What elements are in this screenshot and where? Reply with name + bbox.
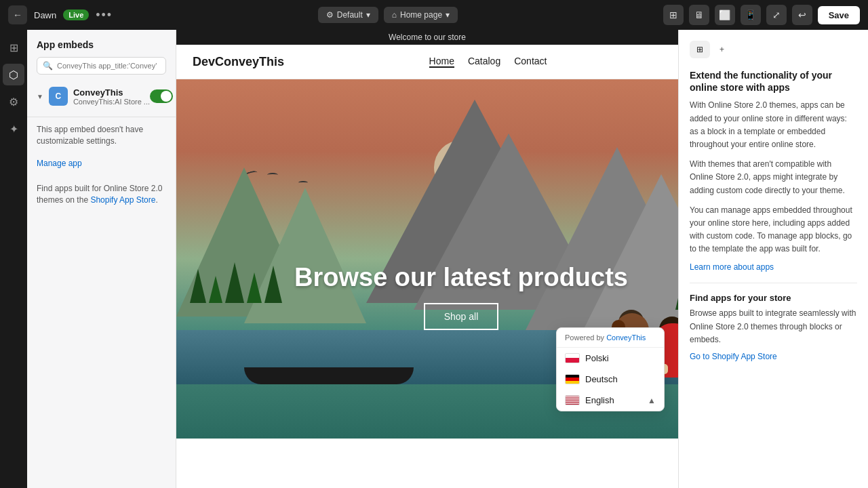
boat xyxy=(244,367,414,384)
right-panel-tabs: ⊞ + xyxy=(690,41,857,58)
app-item-left: ▼ C ConveyThis ConveyThis:AI Store ... xyxy=(37,87,150,106)
flag-us xyxy=(565,395,580,405)
trees-left xyxy=(190,262,282,303)
find-apps-text: Browse apps built to integrate seamlessl… xyxy=(690,307,857,346)
top-bar-left: ← Dawn Live ••• xyxy=(8,5,113,24)
app-item-conveythis: ▼ C ConveyThis ConveyThis:AI Store ... xyxy=(27,81,176,114)
nav-contact[interactable]: Contact xyxy=(514,56,547,68)
live-badge: Live xyxy=(63,9,89,20)
grid-view-button[interactable]: ⊞ xyxy=(663,5,684,25)
home-icon: ⌂ xyxy=(392,10,397,20)
lang-item-us[interactable]: English ▲ xyxy=(557,390,664,411)
store-nav-links: Home Catalog Contact xyxy=(429,56,547,68)
panel-divider xyxy=(690,283,857,283)
chevron-up-icon: ▲ xyxy=(648,396,656,405)
chevron-down-icon-2: ▾ xyxy=(446,10,450,20)
right-panel-title: Extend the functionality of your online … xyxy=(690,69,857,94)
tablet-view-button[interactable]: ⬜ xyxy=(715,5,735,25)
manage-app-link[interactable]: Manage app xyxy=(37,159,82,168)
app-panel-note: This app embed doesn't have customizable… xyxy=(27,117,176,176)
top-bar-right: ⊞ 🖥 ⬜ 📱 ⤢ ↩ Save xyxy=(663,5,860,25)
save-button[interactable]: Save xyxy=(818,6,860,24)
expand-button[interactable]: ⤢ xyxy=(766,5,787,25)
app-panel-header: App embeds 🔍 xyxy=(27,30,176,81)
preview-scroll[interactable]: Welcome to our store DevConveyThis Home … xyxy=(176,30,678,488)
preview-area: Welcome to our store DevConveyThis Home … xyxy=(176,30,678,488)
back-button[interactable]: ← xyxy=(8,5,27,24)
shop-all-button[interactable]: Shop all xyxy=(424,303,499,330)
mobile-view-button[interactable]: 📱 xyxy=(741,5,761,25)
conveythis-link[interactable]: ConveyThis xyxy=(606,333,646,342)
default-icon: ⚙ xyxy=(326,10,334,20)
app-subtitle: ConveyThis:AI Store ... xyxy=(73,98,150,106)
flag-de xyxy=(565,374,580,384)
hero-text-overlay: Browse our latest products Shop all xyxy=(294,263,628,330)
search-icon: 🔍 xyxy=(43,61,53,70)
shopify-app-store-link[interactable]: Shopify App Store xyxy=(90,195,155,205)
hero-title: Browse our latest products xyxy=(294,263,628,292)
right-panel-p2: With themes that aren't compatible with … xyxy=(690,158,857,197)
main-layout: ⊞ ⬡ ⚙ ✦ App embeds 🔍 ▼ C ConveyThis Conv… xyxy=(0,30,868,488)
store-frame: DevConveyThis Home Catalog Contact 🔍 🛒 xyxy=(176,45,678,488)
store-name: Dawn xyxy=(34,10,56,20)
learn-more-link[interactable]: Learn more about apps xyxy=(690,262,857,272)
default-button[interactable]: ⚙ Default ▾ xyxy=(318,7,378,23)
hero-section: Browse our latest products Shop all Powe… xyxy=(176,79,678,439)
app-panel-title: App embeds xyxy=(37,39,166,50)
undo-button[interactable]: ↩ xyxy=(792,5,812,25)
right-panel-p1: With Online Store 2.0 themes, apps can b… xyxy=(690,99,857,151)
language-popup: Powered by ConveyThis Polski Deutsch xyxy=(556,327,665,411)
nav-catalog[interactable]: Catalog xyxy=(468,56,500,68)
app-item-header: ▼ C ConveyThis ConveyThis:AI Store ... xyxy=(37,87,166,106)
right-panel-p3: You can manage apps embedded throughout … xyxy=(690,204,857,256)
sidebar-icon-home[interactable]: ⊞ xyxy=(3,37,24,58)
app-chevron-icon[interactable]: ▼ xyxy=(37,93,43,100)
app-icon: C xyxy=(49,87,68,106)
right-panel: ⊞ + Extend the functionality of your onl… xyxy=(678,30,868,488)
tab-add[interactable]: + xyxy=(713,41,731,58)
store-nav: DevConveyThis Home Catalog Contact 🔍 🛒 xyxy=(176,45,678,79)
app-name: ConveyThis xyxy=(73,87,150,98)
left-sidebar: ⊞ ⬡ ⚙ ✦ xyxy=(0,30,27,488)
lang-item-de[interactable]: Deutsch xyxy=(557,369,664,390)
sidebar-icon-apps[interactable]: ⬡ xyxy=(3,64,24,85)
app-info: ConveyThis ConveyThis:AI Store ... xyxy=(73,87,150,106)
top-bar-center: ⚙ Default ▾ ⌂ Home page ▾ xyxy=(318,7,458,23)
search-box[interactable]: 🔍 xyxy=(37,57,166,75)
more-button[interactable]: ••• xyxy=(96,8,113,22)
desktop-view-button[interactable]: 🖥 xyxy=(689,5,709,25)
search-input[interactable] xyxy=(57,62,160,70)
tab-apps[interactable]: ⊞ xyxy=(690,41,710,58)
find-apps-title: Find apps for your store xyxy=(690,293,857,303)
preview-banner: Welcome to our store xyxy=(176,30,678,45)
sidebar-icon-puzzle[interactable]: ✦ xyxy=(3,118,24,140)
lang-popup-header: Powered by ConveyThis xyxy=(557,328,664,348)
top-bar: ← Dawn Live ••• ⚙ Default ▾ ⌂ Home page … xyxy=(0,0,868,30)
go-to-shopify-link[interactable]: Go to Shopify App Store xyxy=(690,352,857,361)
flag-pl xyxy=(565,353,580,363)
find-apps-note: Find apps built for Online Store 2.0 the… xyxy=(27,176,176,213)
home-page-button[interactable]: ⌂ Home page ▾ xyxy=(384,7,458,23)
app-panel: App embeds 🔍 ▼ C ConveyThis ConveyThis:A… xyxy=(27,30,176,488)
nav-home[interactable]: Home xyxy=(429,56,454,68)
sidebar-icon-settings[interactable]: ⚙ xyxy=(3,91,24,113)
lang-item-pl[interactable]: Polski xyxy=(557,348,664,369)
trees-right xyxy=(675,269,678,310)
store-logo: DevConveyThis xyxy=(193,55,284,69)
chevron-down-icon: ▾ xyxy=(366,10,370,20)
birds xyxy=(244,167,278,180)
app-toggle[interactable] xyxy=(150,89,173,103)
